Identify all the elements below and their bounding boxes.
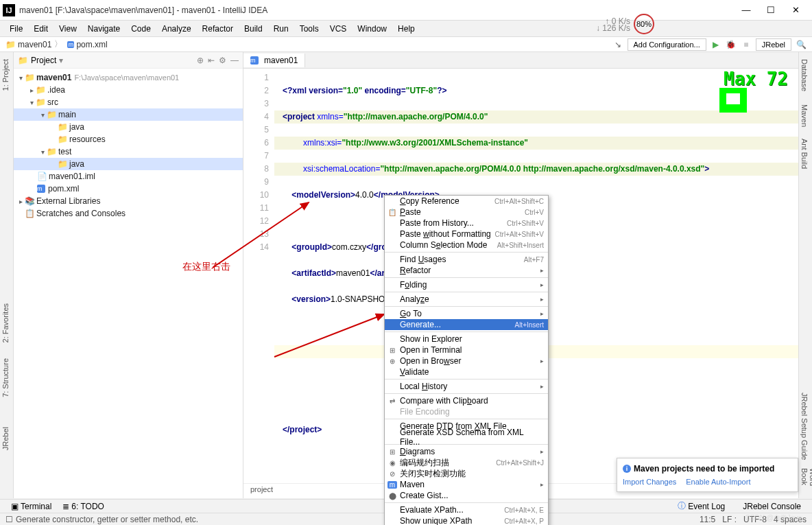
minimize-button[interactable]: — [738,5,754,15]
scan-icon: ◉ [387,459,397,467]
line-gutter: 123 456 789 101112 1314 [243,69,274,483]
tree-scratches[interactable]: 📋Scratches and Consoles [14,207,243,220]
cm-paste[interactable]: 📋PasteCtrl+V [385,207,548,218]
cm-column-selection[interactable]: Column Selection ModeAlt+Shift+Insert [385,240,548,250]
menu-view[interactable]: View [55,23,81,35]
tab-structure[interactable]: 7: Structure [0,354,11,401]
tab-database[interactable]: Database [799,55,810,95]
build-icon[interactable]: ↘ [612,39,623,50]
menu-build[interactable]: Build [240,23,267,35]
project-folder-icon: 📁 [5,40,16,49]
menu-help[interactable]: Help [394,23,419,35]
menu-window[interactable]: Window [353,23,391,35]
status-lf[interactable]: LF : [722,515,737,524]
todo-icon: ≣ [62,502,69,511]
terminal-icon: ▣ [11,502,19,511]
menu-tools[interactable]: Tools [296,23,323,35]
cm-close-realtime[interactable]: ⊘关闭实时检测功能 [385,468,548,479]
cm-folding[interactable]: Folding▸ [385,279,548,290]
cm-open-browser[interactable]: ⊕Open in Browser▸ [385,355,548,366]
title-bar: IJ maven01 [F:\Java\space\maven\maven01]… [0,0,812,21]
breadcrumb-file[interactable]: pom.xml [76,40,107,49]
menu-code[interactable]: Code [127,23,155,35]
cm-find-usages[interactable]: Find UsagesAlt+F7 [385,254,548,265]
info-icon: i [623,465,631,473]
menu-refactor[interactable]: Refactor [198,23,237,35]
menu-vcs[interactable]: VCS [326,23,351,35]
overlay-graphic [719,88,747,113]
cm-create-gist[interactable]: ⬤Create Gist... [385,490,548,501]
cm-open-terminal[interactable]: ⊞Open in Terminal [385,345,548,355]
notification-title: Maven projects need to be imported [634,464,774,474]
tree-java-main[interactable]: 📁java [14,121,243,133]
jrebel-console-tab[interactable]: JRebel Console [737,499,807,513]
window-title: maven01 [F:\Java\space\maven\maven01] - … [19,5,732,15]
left-tool-gutter: 1: Project 2: Favorites 7: Structure JRe… [0,52,14,498]
cm-code-scan[interactable]: ◉编码规约扫描Ctrl+Alt+Shift+J [385,457,548,468]
cm-evaluate-xpath[interactable]: Evaluate XPath...Ctrl+Alt+X, E [385,504,548,515]
import-changes-link[interactable]: Import Changes [623,478,676,486]
cm-analyze[interactable]: Analyze▸ [385,294,548,305]
close-button[interactable]: ✕ [787,5,804,15]
cm-refactor[interactable]: Refactor▸ [385,265,548,276]
tree-test[interactable]: ▾📁test [14,145,243,158]
jrebel-button[interactable]: JRebel [756,38,791,51]
tree-idea[interactable]: ▸📁.idea [14,84,243,96]
enable-auto-import-link[interactable]: Enable Auto-Import [686,478,750,486]
search-icon[interactable]: 🔍 [796,39,807,50]
debug-icon[interactable]: 🐞 [726,39,737,50]
maximize-button[interactable]: ☐ [763,5,779,15]
cm-generate-xsd[interactable]: Generate XSD Schema from XML File... [385,432,548,443]
cm-copy-reference[interactable]: Copy ReferenceCtrl+Alt+Shift+C [385,196,548,207]
tab-antbuild[interactable]: Ant Build [799,135,810,173]
run-icon[interactable]: ▶ [710,39,721,50]
cm-maven[interactable]: mMaven▸ [385,479,548,490]
tab-wordbook[interactable]: Word Book [799,464,812,498]
cm-generate[interactable]: Generate...Alt+Insert [385,319,548,330]
menu-run[interactable]: Run [270,23,293,35]
cm-show-explorer[interactable]: Show in Explorer [385,334,548,345]
menu-edit[interactable]: Edit [29,23,52,35]
cm-show-xpath[interactable]: Show unique XPathCtrl+Alt+X, P [385,515,548,525]
editor-tab-maven01[interactable]: m maven01 [243,54,305,67]
tree-src[interactable]: ▾📁src [14,96,243,108]
status-position[interactable]: 11:5 [700,515,715,524]
tab-jrebel-left[interactable]: JRebel [0,423,11,454]
network-stats: ↑ 0 K/s↓ 126 K/s [596,18,630,32]
cm-goto[interactable]: Go To▸ [385,308,548,319]
tree-pom[interactable]: mpom.xml [14,183,243,195]
project-panel-title[interactable]: Project [31,56,56,65]
cm-validate[interactable]: Validate [385,366,548,377]
add-configuration-button[interactable]: Add Configuration... [628,38,706,51]
event-log-tab[interactable]: ⓘEvent Log [672,499,730,513]
target-icon[interactable]: ⊕ [197,56,204,65]
tab-project[interactable]: 1: Project [0,55,11,95]
stop-icon[interactable]: ■ [741,39,752,50]
menu-navigate[interactable]: Navigate [84,23,124,35]
gear-icon[interactable]: ⚙ [219,56,226,65]
tree-java-test[interactable]: 📁java [14,158,243,170]
tree-extlib[interactable]: ▸📚External Libraries [14,195,243,207]
hide-icon[interactable]: — [230,56,239,65]
todo-tab[interactable]: ≣6: TODO [57,500,110,513]
navigation-bar: 📁 maven01 〉 m pom.xml ↘ Add Configuratio… [0,37,812,52]
project-dropdown-icon[interactable]: ▾ [59,56,63,65]
cm-paste-history[interactable]: Paste from History...Ctrl+Shift+V [385,218,548,229]
menu-file[interactable]: File [5,23,27,35]
cm-compare-clipboard[interactable]: ⇄Compare with Clipboard [385,395,548,406]
tree-root[interactable]: ▾📁maven01F:\Java\space\maven\maven01 [14,71,243,84]
tab-maven[interactable]: Maven [799,100,810,131]
right-tool-gutter: Database Maven Ant Build JRebel Setup Gu… [798,52,812,498]
cm-local-history[interactable]: Local History▸ [385,381,548,392]
tab-jrsetup[interactable]: JRebel Setup Guide [799,388,810,464]
tree-main[interactable]: ▾📁main [14,108,243,121]
tab-favorites[interactable]: 2: Favorites [0,299,11,347]
cm-diagrams[interactable]: ⊞Diagrams▸ [385,446,548,457]
terminal-tab[interactable]: ▣Terminal [5,500,57,513]
breadcrumb-project[interactable]: maven01 [18,40,51,49]
tree-resources[interactable]: 📁resources [14,133,243,145]
collapse-icon[interactable]: ⇤ [208,56,215,65]
menu-analyze[interactable]: Analyze [158,23,195,35]
cm-paste-without-formatting[interactable]: Paste without FormattingCtrl+Alt+Shift+V [385,229,548,240]
tree-iml[interactable]: 📄maven01.iml [14,170,243,183]
